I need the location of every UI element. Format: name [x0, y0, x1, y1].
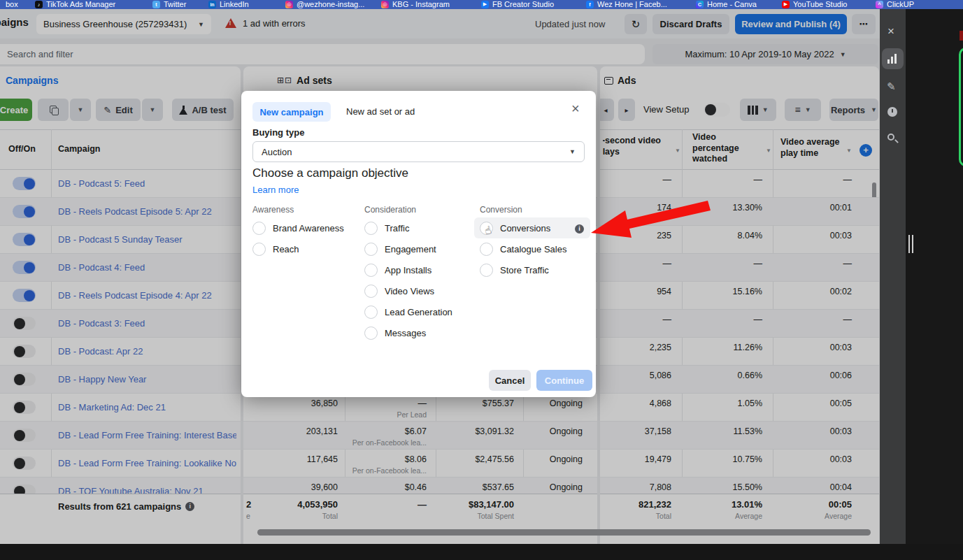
bookmark-label: box: [6, 0, 18, 8]
objective-label: Conversions: [500, 223, 550, 234]
radio-icon[interactable]: [364, 243, 378, 256]
clickup-icon: ^: [876, 1, 883, 8]
close-icon[interactable]: ×: [571, 101, 580, 117]
objective-option-brand-awareness[interactable]: Brand Awareness: [252, 217, 344, 238]
tab-new-campaign[interactable]: New campaign: [252, 102, 331, 122]
fbcs-icon: ▶: [481, 1, 489, 8]
objective-option-app-installs[interactable]: App Installs: [364, 259, 431, 280]
buying-type-value: Auction: [262, 147, 292, 157]
bookmark-label: @wezhone-instag...: [297, 0, 364, 8]
objective-option-video-views[interactable]: Video Views: [364, 280, 434, 301]
objective-label: Messages: [385, 328, 426, 338]
radio-icon[interactable]: [364, 306, 378, 319]
youtube-icon: ▶: [782, 1, 790, 8]
radio-icon[interactable]: [252, 243, 266, 256]
bookmark-label: Twitter: [164, 0, 186, 8]
bookmark-item[interactable]: tTwitter: [152, 0, 186, 9]
radio-icon[interactable]: [480, 243, 493, 256]
objective-group-consideration: Consideration: [364, 205, 416, 215]
objective-option-store-traffic[interactable]: Store Traffic: [480, 259, 549, 280]
buying-type-select[interactable]: Auction ▼: [252, 141, 585, 162]
clock-icon[interactable]: [887, 107, 897, 117]
linkedin-icon: in: [208, 1, 216, 8]
recording-frame: [959, 48, 963, 166]
info-icon[interactable]: i: [575, 224, 584, 234]
buying-type-label: Buying type: [252, 127, 304, 138]
objective-option-reach[interactable]: Reach: [252, 238, 299, 259]
bookmark-label: FB Creator Studio: [492, 0, 554, 8]
magnifier-icon[interactable]: [887, 134, 894, 141]
extension-sidebar: × ✎: [880, 9, 906, 544]
bookmark-label: TikTok Ads Manager: [46, 0, 115, 8]
create-campaign-modal: New campaign New ad set or ad × Buying t…: [241, 91, 596, 397]
bookmark-item[interactable]: ◎@wezhone-instag...: [285, 0, 364, 9]
objective-label: Brand Awareness: [273, 223, 344, 234]
objective-label: Engagement: [385, 244, 436, 254]
radio-icon[interactable]: [364, 264, 378, 277]
objective-heading: Choose a campaign objective: [252, 166, 408, 180]
bookmark-label: ClickUP: [887, 0, 914, 8]
objective-option-engagement[interactable]: Engagement: [364, 238, 436, 259]
radio-icon[interactable]: [364, 222, 378, 235]
radio-icon[interactable]: [364, 285, 378, 298]
tiktok-icon: ♪: [35, 1, 43, 8]
bookmark-item[interactable]: inLinkedIn: [208, 0, 249, 9]
bookmark-label: KBG - Instagram: [392, 0, 450, 8]
objective-option-lead-generation[interactable]: Lead Generation: [364, 301, 452, 322]
objective-label: App Installs: [385, 265, 431, 275]
tab-new-adset-or-ad[interactable]: New ad set or ad: [346, 106, 415, 117]
objective-label: Reach: [273, 244, 299, 254]
objective-option-traffic[interactable]: Traffic: [364, 217, 409, 238]
objective-group-awareness: Awareness: [252, 205, 294, 215]
bookmark-item[interactable]: fWez Hone | Faceb...: [586, 0, 667, 9]
pencil-icon[interactable]: ✎: [887, 80, 896, 93]
bookmark-item[interactable]: box: [6, 0, 18, 9]
canva-icon: C: [696, 1, 704, 8]
radio-icon[interactable]: [252, 222, 266, 235]
bookmark-label: YouTube Studio: [793, 0, 847, 8]
objective-label: Traffic: [385, 223, 409, 234]
objective-label: Catalogue Sales: [500, 244, 566, 254]
desktop-red-fragment: [960, 31, 963, 41]
bookmark-item[interactable]: ◎KBG - Instagram: [381, 0, 450, 9]
bookmark-label: Wez Hone | Faceb...: [597, 0, 667, 8]
bookmark-item[interactable]: ▶YouTube Studio: [782, 0, 847, 9]
radio-icon[interactable]: [364, 326, 378, 340]
bookmark-item[interactable]: CHome - Canva: [696, 0, 757, 9]
bookmark-label: Home - Canva: [707, 0, 757, 8]
bookmark-item[interactable]: ▶FB Creator Studio: [481, 0, 554, 9]
cancel-button[interactable]: Cancel: [489, 370, 531, 391]
bookmark-item[interactable]: ^ClickUP: [876, 0, 914, 9]
chart-tool-selected[interactable]: [882, 48, 904, 69]
bottom-bar: [0, 544, 963, 560]
browser-bookmarks-bar: box♪TikTok Ads ManagertTwitterinLinkedIn…: [0, 0, 963, 9]
objective-group-conversion: Conversion: [480, 205, 522, 215]
objective-label: Video Views: [385, 286, 434, 296]
radio-icon[interactable]: [480, 264, 493, 277]
objective-label: Lead Generation: [385, 307, 452, 317]
chevron-down-icon: ▼: [569, 148, 576, 155]
objective-option-catalogue-sales[interactable]: Catalogue Sales: [480, 238, 566, 259]
desktop-area: [906, 9, 963, 544]
objective-option-messages[interactable]: Messages: [364, 322, 426, 343]
bookmark-item[interactable]: ♪TikTok Ads Manager: [35, 0, 115, 9]
continue-button-disabled[interactable]: Continue: [536, 370, 592, 391]
twitter-icon: t: [152, 1, 160, 8]
bookmark-label: LinkedIn: [220, 0, 249, 8]
objective-label: Store Traffic: [500, 265, 549, 275]
facebook-icon: f: [586, 1, 594, 8]
instagram-icon: ◎: [285, 1, 293, 8]
close-icon[interactable]: ×: [887, 24, 894, 38]
learn-more-link[interactable]: Learn more: [252, 185, 299, 195]
bar-chart-icon: [887, 54, 897, 64]
panel-drag-handle[interactable]: [908, 235, 913, 253]
screen: box♪TikTok Ads ManagertTwitterinLinkedIn…: [0, 0, 963, 560]
instagram-icon: ◎: [381, 1, 389, 8]
